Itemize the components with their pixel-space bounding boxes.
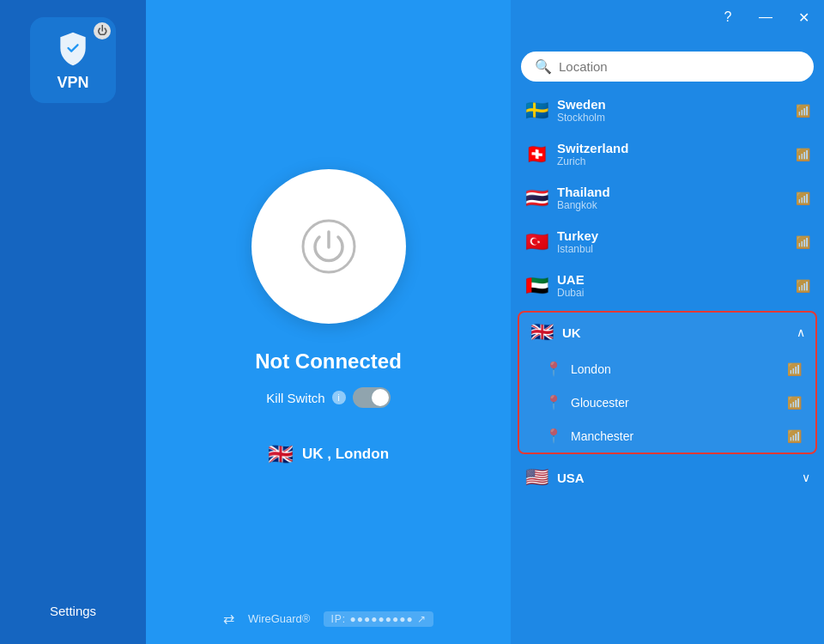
country-item-switzerland[interactable]: 🇨🇭 Switzerland Zurich 📶 (514, 132, 821, 176)
country-item-uk-expanded: 🇬🇧 UK ∧ 📍 London 📶 📍 Gloucester 📶 📍 Manc… (518, 311, 817, 454)
turkey-flag-icon: 🇹🇷 (524, 231, 548, 253)
info-icon[interactable]: i (332, 391, 346, 404)
sweden-city: Stockholm (557, 112, 787, 124)
turkey-city: Istanbul (557, 243, 787, 255)
minimize-button[interactable]: — (754, 5, 778, 29)
switzerland-flag-icon: 🇨🇭 (524, 143, 548, 166)
usa-chevron-icon: ∨ (802, 471, 810, 484)
switzerland-city: Zurich (557, 155, 787, 167)
country-item-thailand[interactable]: 🇹🇭 Thailand Bangkok 📶 (514, 176, 821, 220)
kill-switch-label: Kill Switch (266, 391, 324, 405)
uk-header[interactable]: 🇬🇧 UK ∧ (519, 313, 815, 352)
bottom-info-bar: ⇄ WireGuard® IP: ●●●●●●●●● ↗ (223, 611, 433, 627)
uk-flag-icon: 🇬🇧 (530, 321, 554, 343)
city-item-manchester[interactable]: 📍 Manchester 📶 (519, 419, 815, 453)
uae-city: Dubai (557, 287, 787, 299)
search-icon: 🔍 (535, 58, 552, 75)
manchester-name: Manchester (571, 429, 779, 443)
kill-switch-toggle[interactable] (353, 387, 391, 408)
title-bar: ? — ✕ (0, 0, 824, 34)
protocol-label: WireGuard® (248, 612, 310, 625)
protocol-arrows-icon: ⇄ (223, 611, 234, 627)
uae-signal-icon: 📶 (796, 279, 810, 293)
search-bar[interactable]: 🔍 (521, 52, 814, 82)
london-name: London (571, 362, 779, 376)
country-item-sweden[interactable]: 🇸🇪 Sweden Stockholm 📶 (514, 88, 821, 132)
search-input[interactable] (559, 59, 800, 74)
manchester-signal-icon: 📶 (787, 429, 802, 443)
location-flag-icon: 🇬🇧 (268, 442, 294, 466)
manchester-pin-icon: 📍 (545, 428, 562, 444)
location-list: 🇸🇪 Sweden Stockholm 📶 🇨🇭 Switzerland Zur… (511, 88, 824, 644)
usa-flag-icon: 🇺🇸 (524, 466, 548, 489)
kill-switch-row: Kill Switch i (266, 387, 390, 408)
thailand-signal-icon: 📶 (796, 191, 810, 205)
gloucester-pin-icon: 📍 (545, 394, 562, 410)
gloucester-name: Gloucester (571, 396, 779, 410)
sweden-name: Sweden (557, 97, 787, 112)
uae-flag-icon: 🇦🇪 (524, 275, 548, 297)
uk-name: UK (562, 325, 788, 340)
shield-icon (54, 29, 92, 67)
sweden-flag-icon: 🇸🇪 (524, 100, 548, 122)
thailand-name: Thailand (557, 185, 787, 199)
help-button[interactable]: ? (716, 5, 740, 29)
current-location-label: UK , London (302, 446, 389, 463)
city-item-gloucester[interactable]: 📍 Gloucester 📶 (519, 386, 815, 419)
switzerland-signal-icon: 📶 (796, 148, 810, 161)
sidebar: ⏻ VPN Settings (0, 0, 146, 644)
power-icon (299, 216, 359, 276)
connection-status: Not Connected (255, 349, 402, 374)
country-item-usa[interactable]: 🇺🇸 USA ∨ (514, 458, 821, 497)
turkey-name: Turkey (557, 228, 787, 243)
app-name-label: VPN (57, 74, 88, 92)
right-panel: 🔍 🇸🇪 Sweden Stockholm 📶 🇨🇭 Switzerland Z… (511, 0, 824, 644)
country-item-turkey[interactable]: 🇹🇷 Turkey Istanbul 📶 (514, 220, 821, 264)
country-item-uae[interactable]: 🇦🇪 UAE Dubai 📶 (514, 264, 821, 307)
settings-button[interactable]: Settings (50, 604, 96, 618)
thailand-city: Bangkok (557, 199, 787, 211)
sweden-signal-icon: 📶 (796, 104, 810, 118)
ip-address-label: IP: ●●●●●●●●● ↗ (324, 611, 433, 627)
london-signal-icon: 📶 (787, 362, 802, 376)
turkey-signal-icon: 📶 (796, 235, 810, 249)
switzerland-name: Switzerland (557, 141, 787, 155)
thailand-flag-icon: 🇹🇭 (524, 187, 548, 210)
london-pin-icon: 📍 (545, 361, 562, 377)
uk-chevron-icon: ∧ (797, 325, 805, 339)
main-content: Not Connected Kill Switch i 🇬🇧 UK , Lond… (146, 0, 511, 644)
city-item-london[interactable]: 📍 London 📶 (519, 352, 815, 386)
usa-name: USA (557, 471, 793, 485)
power-button[interactable] (251, 169, 406, 324)
uae-name: UAE (557, 272, 787, 287)
current-location-row[interactable]: 🇬🇧 UK , London (268, 442, 389, 466)
gloucester-signal-icon: 📶 (787, 396, 802, 410)
close-button[interactable]: ✕ (791, 5, 815, 29)
